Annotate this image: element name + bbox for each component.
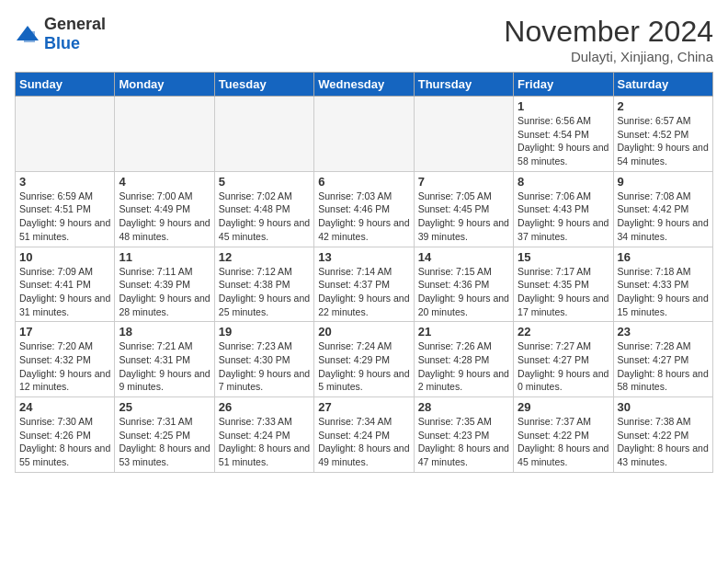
weekday-header-row: SundayMondayTuesdayWednesdayThursdayFrid… bbox=[16, 73, 713, 97]
calendar-cell: 28Sunrise: 7:35 AM Sunset: 4:23 PM Dayli… bbox=[414, 397, 513, 473]
day-info: Sunrise: 7:11 AM Sunset: 4:39 PM Dayligh… bbox=[119, 265, 210, 319]
calendar-cell: 18Sunrise: 7:21 AM Sunset: 4:31 PM Dayli… bbox=[115, 322, 214, 397]
calendar-cell: 20Sunrise: 7:24 AM Sunset: 4:29 PM Dayli… bbox=[314, 322, 414, 397]
logo-icon bbox=[15, 24, 40, 44]
calendar-cell: 21Sunrise: 7:26 AM Sunset: 4:28 PM Dayli… bbox=[414, 322, 513, 397]
weekday-header-saturday: Saturday bbox=[613, 73, 712, 97]
day-number: 1 bbox=[518, 99, 609, 113]
calendar-cell: 9Sunrise: 7:08 AM Sunset: 4:42 PM Daylig… bbox=[613, 171, 712, 247]
calendar-cell: 23Sunrise: 7:28 AM Sunset: 4:27 PM Dayli… bbox=[613, 322, 712, 397]
day-info: Sunrise: 6:56 AM Sunset: 4:54 PM Dayligh… bbox=[518, 114, 609, 168]
day-info: Sunrise: 7:03 AM Sunset: 4:46 PM Dayligh… bbox=[318, 190, 409, 244]
calendar-cell: 6Sunrise: 7:03 AM Sunset: 4:46 PM Daylig… bbox=[314, 171, 414, 247]
day-number: 14 bbox=[418, 250, 509, 264]
calendar-cell: 16Sunrise: 7:18 AM Sunset: 4:33 PM Dayli… bbox=[613, 247, 712, 322]
calendar-cell: 1Sunrise: 6:56 AM Sunset: 4:54 PM Daylig… bbox=[514, 97, 613, 172]
day-number: 30 bbox=[618, 400, 709, 414]
day-info: Sunrise: 7:12 AM Sunset: 4:38 PM Dayligh… bbox=[219, 265, 310, 319]
day-number: 12 bbox=[219, 250, 310, 264]
day-info: Sunrise: 7:30 AM Sunset: 4:26 PM Dayligh… bbox=[19, 415, 110, 469]
day-number: 25 bbox=[119, 400, 210, 414]
day-number: 3 bbox=[19, 175, 110, 189]
week-row-4: 17Sunrise: 7:20 AM Sunset: 4:32 PM Dayli… bbox=[16, 322, 713, 397]
day-info: Sunrise: 7:02 AM Sunset: 4:48 PM Dayligh… bbox=[219, 190, 310, 244]
calendar-cell: 8Sunrise: 7:06 AM Sunset: 4:43 PM Daylig… bbox=[514, 171, 613, 247]
calendar-cell: 7Sunrise: 7:05 AM Sunset: 4:45 PM Daylig… bbox=[414, 171, 513, 247]
calendar-cell: 3Sunrise: 6:59 AM Sunset: 4:51 PM Daylig… bbox=[16, 171, 115, 247]
calendar-cell: 29Sunrise: 7:37 AM Sunset: 4:22 PM Dayli… bbox=[514, 397, 613, 473]
day-info: Sunrise: 7:37 AM Sunset: 4:22 PM Dayligh… bbox=[518, 415, 609, 469]
day-info: Sunrise: 7:35 AM Sunset: 4:23 PM Dayligh… bbox=[418, 415, 509, 469]
day-info: Sunrise: 7:24 AM Sunset: 4:29 PM Dayligh… bbox=[318, 339, 409, 394]
weekday-header-thursday: Thursday bbox=[414, 73, 513, 97]
day-number: 23 bbox=[618, 325, 709, 339]
day-info: Sunrise: 7:06 AM Sunset: 4:43 PM Dayligh… bbox=[518, 190, 609, 244]
calendar-cell: 26Sunrise: 7:33 AM Sunset: 4:24 PM Dayli… bbox=[214, 397, 313, 473]
day-info: Sunrise: 7:14 AM Sunset: 4:37 PM Dayligh… bbox=[318, 265, 409, 319]
weekday-header-tuesday: Tuesday bbox=[214, 73, 313, 97]
day-info: Sunrise: 7:31 AM Sunset: 4:25 PM Dayligh… bbox=[119, 415, 210, 469]
location-title: Dulayti, Xinjiang, China bbox=[504, 49, 713, 64]
calendar-cell: 15Sunrise: 7:17 AM Sunset: 4:35 PM Dayli… bbox=[514, 247, 613, 322]
weekday-header-monday: Monday bbox=[115, 73, 214, 97]
week-row-5: 24Sunrise: 7:30 AM Sunset: 4:26 PM Dayli… bbox=[16, 397, 713, 473]
day-number: 5 bbox=[219, 175, 310, 189]
day-info: Sunrise: 7:09 AM Sunset: 4:41 PM Dayligh… bbox=[19, 265, 110, 319]
day-info: Sunrise: 7:20 AM Sunset: 4:32 PM Dayligh… bbox=[19, 339, 110, 394]
calendar-cell: 2Sunrise: 6:57 AM Sunset: 4:52 PM Daylig… bbox=[613, 97, 712, 172]
day-info: Sunrise: 7:08 AM Sunset: 4:42 PM Dayligh… bbox=[618, 190, 709, 244]
calendar-cell: 27Sunrise: 7:34 AM Sunset: 4:24 PM Dayli… bbox=[314, 397, 414, 473]
day-info: Sunrise: 7:26 AM Sunset: 4:28 PM Dayligh… bbox=[418, 339, 509, 394]
day-number: 28 bbox=[418, 400, 509, 414]
title-area: November 2024 Dulayti, Xinjiang, China bbox=[504, 15, 713, 64]
calendar-cell: 4Sunrise: 7:00 AM Sunset: 4:49 PM Daylig… bbox=[115, 171, 214, 247]
day-number: 11 bbox=[119, 250, 210, 264]
week-row-3: 10Sunrise: 7:09 AM Sunset: 4:41 PM Dayli… bbox=[16, 247, 713, 322]
calendar-cell: 10Sunrise: 7:09 AM Sunset: 4:41 PM Dayli… bbox=[16, 247, 115, 322]
logo: General Blue bbox=[15, 15, 106, 53]
day-number: 13 bbox=[318, 250, 409, 264]
day-number: 17 bbox=[19, 325, 110, 339]
day-info: Sunrise: 7:34 AM Sunset: 4:24 PM Dayligh… bbox=[318, 415, 409, 469]
day-info: Sunrise: 7:05 AM Sunset: 4:45 PM Dayligh… bbox=[418, 190, 509, 244]
day-info: Sunrise: 7:33 AM Sunset: 4:24 PM Dayligh… bbox=[219, 415, 310, 469]
logo-general: General bbox=[44, 15, 106, 33]
weekday-header-friday: Friday bbox=[514, 73, 613, 97]
week-row-1: 1Sunrise: 6:56 AM Sunset: 4:54 PM Daylig… bbox=[16, 97, 713, 172]
week-row-2: 3Sunrise: 6:59 AM Sunset: 4:51 PM Daylig… bbox=[16, 171, 713, 247]
weekday-header-sunday: Sunday bbox=[16, 73, 115, 97]
day-number: 10 bbox=[19, 250, 110, 264]
calendar-cell bbox=[16, 97, 115, 172]
calendar-cell: 25Sunrise: 7:31 AM Sunset: 4:25 PM Dayli… bbox=[115, 397, 214, 473]
day-number: 22 bbox=[518, 325, 609, 339]
month-title: November 2024 bbox=[504, 15, 713, 49]
calendar-cell: 24Sunrise: 7:30 AM Sunset: 4:26 PM Dayli… bbox=[16, 397, 115, 473]
calendar-table: SundayMondayTuesdayWednesdayThursdayFrid… bbox=[15, 72, 713, 473]
logo-text: General Blue bbox=[44, 15, 106, 53]
day-number: 27 bbox=[318, 400, 409, 414]
logo-blue: Blue bbox=[44, 34, 80, 52]
day-info: Sunrise: 7:27 AM Sunset: 4:27 PM Dayligh… bbox=[518, 339, 609, 394]
day-number: 20 bbox=[318, 325, 409, 339]
day-number: 2 bbox=[618, 99, 709, 113]
calendar-cell: 13Sunrise: 7:14 AM Sunset: 4:37 PM Dayli… bbox=[314, 247, 414, 322]
day-number: 8 bbox=[518, 175, 609, 189]
calendar-cell: 14Sunrise: 7:15 AM Sunset: 4:36 PM Dayli… bbox=[414, 247, 513, 322]
day-number: 4 bbox=[119, 175, 210, 189]
calendar-cell: 22Sunrise: 7:27 AM Sunset: 4:27 PM Dayli… bbox=[514, 322, 613, 397]
day-number: 26 bbox=[219, 400, 310, 414]
calendar-cell bbox=[214, 97, 313, 172]
calendar-cell: 19Sunrise: 7:23 AM Sunset: 4:30 PM Dayli… bbox=[214, 322, 313, 397]
day-info: Sunrise: 7:38 AM Sunset: 4:22 PM Dayligh… bbox=[618, 415, 709, 469]
header: General Blue November 2024 Dulayti, Xinj… bbox=[15, 15, 713, 64]
calendar-cell: 5Sunrise: 7:02 AM Sunset: 4:48 PM Daylig… bbox=[214, 171, 313, 247]
day-info: Sunrise: 6:59 AM Sunset: 4:51 PM Dayligh… bbox=[19, 190, 110, 244]
day-number: 9 bbox=[618, 175, 709, 189]
day-number: 21 bbox=[418, 325, 509, 339]
calendar-cell bbox=[414, 97, 513, 172]
day-info: Sunrise: 6:57 AM Sunset: 4:52 PM Dayligh… bbox=[618, 114, 709, 168]
calendar-cell: 30Sunrise: 7:38 AM Sunset: 4:22 PM Dayli… bbox=[613, 397, 712, 473]
day-number: 24 bbox=[19, 400, 110, 414]
day-number: 16 bbox=[618, 250, 709, 264]
calendar-cell: 17Sunrise: 7:20 AM Sunset: 4:32 PM Dayli… bbox=[16, 322, 115, 397]
